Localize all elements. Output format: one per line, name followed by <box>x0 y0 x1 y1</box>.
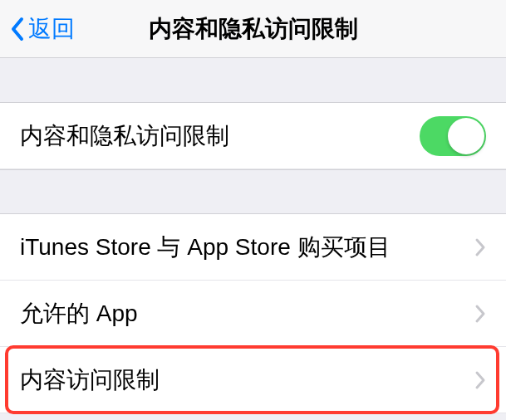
page-title: 内容和隐私访问限制 <box>149 13 358 45</box>
toggle-row-content-privacy[interactable]: 内容和隐私访问限制 <box>0 103 506 169</box>
row-label: iTunes Store 与 App Store 购买项目 <box>20 232 474 263</box>
navigation-header: 返回 内容和隐私访问限制 <box>0 0 506 58</box>
content-privacy-toggle[interactable] <box>420 116 486 156</box>
section-spacer <box>0 169 506 214</box>
row-allowed-apps[interactable]: 允许的 App <box>0 281 506 347</box>
chevron-left-icon <box>10 17 25 42</box>
row-content-restrictions[interactable]: 内容访问限制 <box>0 347 506 413</box>
chevron-right-icon <box>474 304 486 324</box>
toggle-knob <box>448 118 484 154</box>
section-spacer <box>0 58 506 103</box>
toggle-label: 内容和隐私访问限制 <box>20 120 420 152</box>
chevron-right-icon <box>474 237 486 257</box>
row-itunes-appstore-purchases[interactable]: iTunes Store 与 App Store 购买项目 <box>0 214 506 281</box>
back-label: 返回 <box>28 13 75 45</box>
chevron-right-icon <box>474 370 486 390</box>
row-label: 内容访问限制 <box>20 364 474 396</box>
back-button[interactable]: 返回 <box>10 13 75 45</box>
row-label: 允许的 App <box>20 298 474 330</box>
